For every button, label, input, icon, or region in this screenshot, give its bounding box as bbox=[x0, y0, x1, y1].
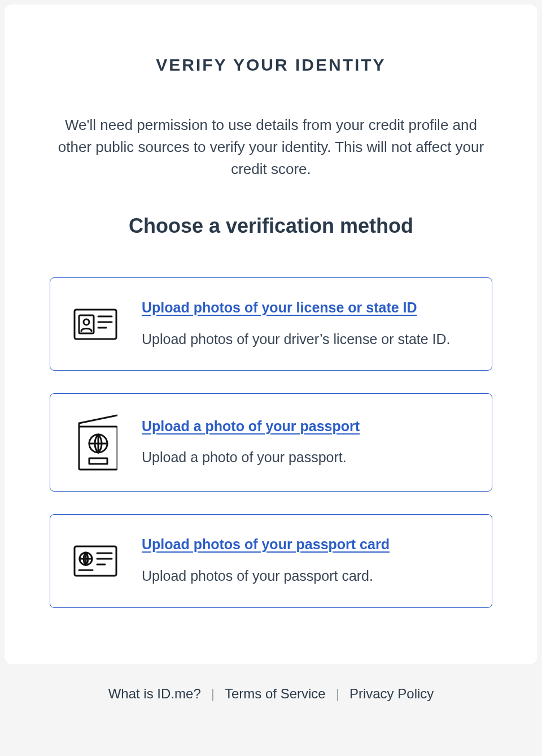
option-text: Upload a photo of your passport Upload a… bbox=[142, 417, 469, 468]
id-card-icon bbox=[73, 309, 118, 340]
option-passport-card[interactable]: Upload photos of your passport card Uplo… bbox=[50, 514, 492, 607]
option-license-state-id[interactable]: Upload photos of your license or state I… bbox=[50, 277, 492, 371]
footer-privacy-link[interactable]: Privacy Policy bbox=[349, 686, 434, 702]
subtitle: Choose a verification method bbox=[50, 214, 492, 238]
footer-links: What is ID.me? | Terms of Service | Priv… bbox=[5, 664, 537, 702]
option-description: Upload photos of your passport card. bbox=[142, 566, 469, 587]
verification-card: VERIFY YOUR IDENTITY We'll need permissi… bbox=[5, 5, 537, 664]
footer-what-is-link[interactable]: What is ID.me? bbox=[108, 686, 201, 702]
option-title: Upload photos of your passport card bbox=[142, 535, 469, 554]
verification-options: Upload photos of your license or state I… bbox=[50, 277, 492, 608]
option-title: Upload photos of your license or state I… bbox=[142, 298, 469, 318]
intro-text: We'll need permission to use details fro… bbox=[50, 114, 492, 180]
svg-rect-10 bbox=[89, 458, 107, 464]
passport-card-icon bbox=[73, 545, 118, 577]
option-passport[interactable]: Upload a photo of your passport Upload a… bbox=[50, 393, 492, 492]
passport-icon bbox=[73, 414, 118, 471]
footer-terms-link[interactable]: Terms of Service bbox=[225, 686, 326, 702]
separator: | bbox=[336, 686, 339, 702]
option-description: Upload photos of your driver’s license o… bbox=[142, 329, 469, 350]
separator: | bbox=[211, 686, 215, 702]
page-title: VERIFY YOUR IDENTITY bbox=[50, 55, 492, 75]
option-title: Upload a photo of your passport bbox=[142, 417, 469, 436]
svg-rect-0 bbox=[75, 310, 116, 339]
option-description: Upload a photo of your passport. bbox=[142, 447, 469, 468]
option-text: Upload photos of your passport card Uplo… bbox=[142, 535, 469, 586]
svg-point-2 bbox=[84, 319, 89, 325]
option-text: Upload photos of your license or state I… bbox=[142, 298, 469, 350]
